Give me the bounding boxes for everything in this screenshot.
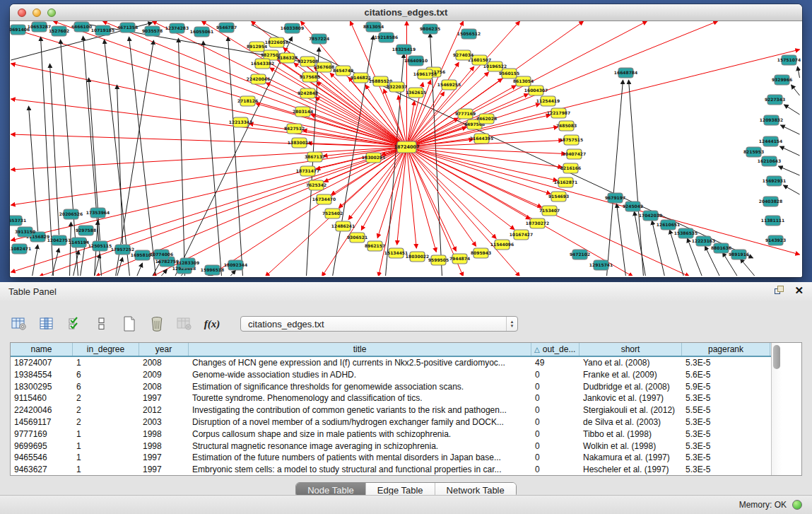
graph-node[interactable]: 18092344 <box>224 260 247 270</box>
delete-table-icon[interactable] <box>148 315 166 333</box>
graph-node[interactable]: 12505115 <box>88 241 112 251</box>
graph-node[interactable]: 8215953 <box>743 147 764 157</box>
cell-out_degree[interactable]: 0 <box>531 381 579 393</box>
cell-year[interactable]: 2009 <box>139 369 189 381</box>
graph-node[interactable]: 9891916 <box>729 250 749 259</box>
graph-node[interactable]: 18300295 <box>362 153 385 163</box>
graph-node[interactable]: 9143923 <box>765 235 786 245</box>
cell-name[interactable]: 9699695 <box>11 440 73 452</box>
float-panel-icon[interactable] <box>775 286 784 296</box>
cell-in_degree[interactable]: 2 <box>73 392 139 404</box>
row-height-icon[interactable] <box>93 315 111 333</box>
cell-title[interactable]: Genome-wide association studies in ADHD. <box>189 369 531 381</box>
graph-node[interactable]: 8912954 <box>247 42 267 52</box>
graph-node[interactable]: 16648784 <box>614 68 637 78</box>
graph-node[interactable]: 12610651 <box>657 220 680 230</box>
cell-pagerank[interactable]: 5.3E-5 <box>682 392 770 404</box>
close-panel-icon[interactable]: ✕ <box>794 286 804 296</box>
minimize-window-button[interactable] <box>33 8 41 17</box>
citation-edge-red[interactable] <box>407 147 800 255</box>
graph-node[interactable]: 8186328 <box>277 53 298 63</box>
table-row[interactable]: 1456911722003Disruption of a novel membe… <box>11 416 771 428</box>
cell-year[interactable]: 1997 <box>139 464 189 475</box>
select-columns-icon[interactable] <box>65 315 83 333</box>
cell-out_degree[interactable]: 0 <box>531 464 579 475</box>
graph-node[interactable]: 20403828 <box>759 197 782 206</box>
citation-edge-red[interactable] <box>153 147 407 276</box>
graph-node[interactable]: 9175685 <box>300 72 320 82</box>
cell-short[interactable]: Wolkin et al. (1998) <box>579 440 682 452</box>
graph-node[interactable]: 9297588 <box>76 226 96 235</box>
citation-edge-black[interactable] <box>137 263 143 276</box>
citation-edge-black[interactable] <box>116 40 154 276</box>
citation-edge-red[interactable] <box>407 147 497 238</box>
cell-pagerank[interactable]: 5.5E-5 <box>682 404 770 416</box>
table-vertical-scrollbar[interactable] <box>771 343 782 475</box>
graph-node[interactable]: 9227343 <box>765 95 785 105</box>
graph-node[interactable]: 12374283 <box>165 23 189 33</box>
table-settings-icon[interactable] <box>10 315 28 333</box>
graph-node[interactable]: 15469255 <box>437 80 461 90</box>
graph-node[interactable]: 8095943 <box>471 248 491 258</box>
graph-node[interactable]: 8427512 <box>284 124 305 134</box>
graph-node[interactable]: 9777169 <box>455 109 476 119</box>
cell-pagerank[interactable]: 5.6E-5 <box>682 369 770 381</box>
graph-node[interactable]: 9599505 <box>428 255 449 265</box>
graph-node[interactable]: 11254419 <box>536 96 560 106</box>
graph-node[interactable]: 18640910 <box>404 56 428 66</box>
cell-short[interactable]: Tibbo et al. (1998) <box>579 428 682 440</box>
citation-edge-black[interactable] <box>70 222 71 276</box>
graph-node[interactable]: 18757515 <box>560 135 583 145</box>
column-header-in_degree[interactable]: in_degree <box>73 343 139 356</box>
graph-node[interactable]: 7485083 <box>556 121 577 131</box>
graph-node[interactable]: 10407427 <box>563 149 586 159</box>
citation-edge-black[interactable] <box>781 125 800 134</box>
citation-edge-red[interactable] <box>11 99 407 147</box>
graph-node[interactable]: 8322037 <box>387 82 407 92</box>
graph-node[interactable]: 16734470 <box>312 194 336 204</box>
graph-node[interactable]: 12223163 <box>692 236 715 246</box>
graph-node[interactable]: 15996518 <box>201 265 224 275</box>
graph-node[interactable]: 9154693 <box>548 192 569 201</box>
cell-in_degree[interactable]: 6 <box>73 369 139 381</box>
cell-year[interactable]: 2008 <box>139 357 189 369</box>
graph-node[interactable]: 18030022 <box>406 252 429 262</box>
citation-edge-red[interactable] <box>407 147 531 219</box>
close-window-button[interactable] <box>18 8 26 17</box>
network-view-window[interactable]: citations_edges.txt 89129541822605898275… <box>10 4 802 277</box>
graph-node[interactable]: 17353964 <box>86 208 110 218</box>
cell-short[interactable]: Franke et al. (2009) <box>579 369 682 381</box>
cell-in_degree[interactable]: 1 <box>73 464 139 475</box>
cell-short[interactable]: Jankovic et al. (1997) <box>579 392 682 404</box>
citation-edge-red[interactable] <box>399 95 407 147</box>
graph-node[interactable]: 16055061 <box>190 27 213 37</box>
graph-node[interactable]: 16162871 <box>554 177 577 187</box>
cell-title[interactable]: Structural magnetic resonance image aver… <box>189 440 531 452</box>
cell-year[interactable]: 1997 <box>139 452 189 464</box>
table-row[interactable]: 1872400712008Changes of HCN gene express… <box>11 357 771 369</box>
graph-node[interactable]: 15056512 <box>457 29 481 39</box>
graph-node[interactable]: 1362615 <box>406 88 426 98</box>
cell-in_degree[interactable]: 1 <box>73 428 139 440</box>
graph-node[interactable]: 9146821 <box>351 73 371 83</box>
graph-node[interactable]: 9679197 <box>605 193 625 203</box>
graph-node[interactable]: 11381111 <box>761 216 784 226</box>
show-columns-icon[interactable] <box>37 315 56 333</box>
cell-short[interactable]: Hescheler et al. (1997) <box>579 464 682 475</box>
citation-network-graph[interactable]: 8912954182260589827508165433828186328932… <box>10 21 801 276</box>
cell-name[interactable]: 14569117 <box>11 416 73 428</box>
graph-node[interactable]: 9242848 <box>298 88 318 98</box>
citation-edge-red[interactable] <box>407 147 515 230</box>
cell-in_degree[interactable]: 1 <box>73 452 139 464</box>
cell-short[interactable]: Stergiakouli et al. (2012) <box>579 404 682 416</box>
graph-node[interactable]: 9274034 <box>453 50 473 60</box>
citation-edge-black[interactable] <box>617 204 626 276</box>
column-header-pagerank[interactable]: pagerank <box>682 343 770 356</box>
citation-edge-black[interactable] <box>792 85 800 95</box>
column-header-year[interactable]: year <box>139 343 189 356</box>
citation-edge-red[interactable] <box>407 147 476 246</box>
cell-name[interactable]: 9777169 <box>11 428 73 440</box>
cell-year[interactable]: 2012 <box>139 404 189 416</box>
graph-node[interactable]: 3913150 <box>15 227 35 237</box>
citation-edge-black[interactable] <box>629 80 644 276</box>
